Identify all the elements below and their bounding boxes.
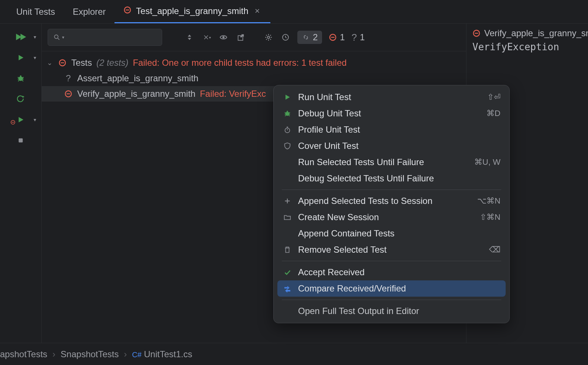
details-title-text: Verify_apple_is_granny_sm — [484, 28, 588, 38]
count-value: 1 — [340, 32, 345, 42]
menu-shortcut: ⌘U, W — [474, 157, 500, 167]
stop-button[interactable] — [12, 134, 30, 146]
menu-label: Cover Unit Test — [298, 141, 500, 151]
tab-unit-tests[interactable]: Unit Tests — [7, 0, 64, 23]
menu-remove-test[interactable]: Remove Selected Test ⌫ — [277, 242, 506, 258]
settings-button[interactable] — [263, 32, 274, 42]
trash-icon — [283, 245, 292, 255]
view-button[interactable] — [218, 32, 229, 42]
export-button[interactable] — [235, 32, 246, 42]
menu-debug-unit-test[interactable]: Debug Unit Test ⌘D — [277, 105, 506, 122]
menu-separator — [282, 261, 501, 261]
check-icon — [283, 267, 292, 277]
run-button[interactable]: ▾ — [12, 52, 30, 64]
tab-explorer[interactable]: Explorer — [64, 0, 114, 23]
context-menu: Run Unit Test ⇧⏎ Debug Unit Test ⌘D Prof… — [273, 85, 510, 323]
menu-debug-until-failure[interactable]: Debug Selected Tests Until Failure — [277, 170, 506, 187]
menu-shortcut: ⇧⏎ — [487, 92, 500, 102]
tab-label: Test_apple_is_granny_smith — [136, 6, 248, 16]
tree-error: Failed: VerifyExc — [200, 89, 266, 99]
breadcrumb-file: UnitTest1.cs — [144, 349, 192, 359]
clear-button[interactable]: ▾ — [201, 32, 212, 42]
chevron-down-icon: ▾ — [34, 34, 36, 40]
menu-label: Debug Selected Tests Until Failure — [298, 173, 500, 184]
failed-count[interactable]: 1 — [329, 32, 345, 42]
rerun-button[interactable] — [12, 93, 30, 105]
tab-bar: Unit Tests Explorer Test_apple_is_granny… — [0, 0, 588, 24]
menu-label: Remove Selected Test — [298, 245, 483, 255]
breadcrumb-item[interactable]: apshotTests — [0, 349, 47, 359]
search-input[interactable]: ▾ — [48, 29, 162, 46]
debug-button[interactable] — [12, 72, 30, 84]
menu-shortcut: ⌫ — [489, 245, 500, 255]
tab-label: Explorer — [73, 7, 106, 17]
menu-shortcut: ⌘D — [486, 109, 500, 118]
count-value: 2 — [313, 32, 318, 42]
menu-shortcut: ⌥⌘N — [477, 196, 500, 206]
menu-accept-received[interactable]: Accept Received — [277, 264, 506, 280]
fail-icon — [64, 89, 73, 98]
stopwatch-icon — [283, 125, 292, 134]
menu-compare-received-verified[interactable]: Compare Received/Verified — [277, 280, 506, 297]
exception-text: VerifyException — [472, 41, 582, 52]
fail-icon — [123, 6, 131, 16]
folder-icon — [283, 212, 292, 222]
chevron-down-icon: ▾ — [34, 117, 36, 123]
tree-count: (2 tests) — [96, 58, 129, 68]
tree-error: Failed: One or more child tests had erro… — [133, 58, 347, 68]
menu-append-contained[interactable]: Append Contained Tests — [277, 225, 506, 242]
csharp-icon: C# — [132, 351, 142, 359]
menu-append-to-session[interactable]: Append Selected Tests to Session ⌥⌘N — [277, 193, 506, 209]
shield-icon — [283, 141, 292, 151]
tree-item-assert[interactable]: ? Assert_apple_is_granny_smith — [42, 71, 466, 86]
menu-label: Open Full Test Output in Editor — [298, 306, 500, 316]
bug-icon — [283, 109, 292, 118]
breadcrumb: apshotTests › SnapshotTests › C# UnitTes… — [0, 343, 588, 365]
menu-label: Debug Unit Test — [298, 108, 481, 119]
fail-icon — [472, 29, 481, 38]
run-failed-button[interactable]: ▾ — [12, 114, 30, 126]
count-value: 1 — [360, 32, 365, 42]
tree-label: Verify_apple_is_granny_smith — [77, 89, 195, 99]
menu-profile-unit-test[interactable]: Profile Unit Test — [277, 122, 506, 138]
expand-collapse-button[interactable] — [184, 32, 195, 42]
plus-icon — [283, 196, 292, 206]
chevron-right-icon: › — [52, 349, 55, 359]
linked-count[interactable]: 2 — [297, 31, 322, 44]
breadcrumb-item[interactable]: SnapshotTests — [61, 349, 119, 359]
chevron-down-icon[interactable]: ⌄ — [47, 59, 54, 67]
tree-label: Assert_apple_is_granny_smith — [77, 73, 198, 83]
fail-icon — [58, 58, 67, 67]
chevron-right-icon: › — [124, 349, 127, 359]
menu-separator — [282, 300, 501, 300]
menu-create-new-session[interactable]: Create New Session ⇧⌘N — [277, 209, 506, 225]
action-sidebar: ▾ ▾ ▾ — [0, 24, 41, 343]
compare-icon — [283, 284, 292, 293]
menu-label: Accept Received — [298, 267, 500, 277]
menu-separator — [282, 190, 501, 190]
unknown-icon: ? — [64, 74, 73, 83]
menu-open-output-editor[interactable]: Open Full Test Output in Editor — [277, 303, 506, 319]
details-title: Verify_apple_is_granny_sm — [472, 28, 582, 38]
menu-run-unit-test[interactable]: Run Unit Test ⇧⏎ — [277, 89, 506, 105]
menu-run-until-failure[interactable]: Run Selected Tests Until Failure ⌘U, W — [277, 154, 506, 170]
menu-label: Append Selected Tests to Session — [298, 196, 471, 206]
menu-cover-unit-test[interactable]: Cover Unit Test — [277, 138, 506, 154]
menu-label: Append Contained Tests — [298, 228, 500, 239]
chevron-down-icon: ▾ — [34, 55, 36, 61]
history-button[interactable] — [280, 32, 291, 42]
menu-label: Create New Session — [298, 212, 474, 222]
menu-label: Profile Unit Test — [298, 124, 500, 135]
tab-label: Unit Tests — [16, 7, 55, 17]
menu-label: Run Unit Test — [298, 92, 481, 102]
play-icon — [283, 92, 292, 102]
breadcrumb-item[interactable]: C# UnitTest1.cs — [132, 349, 192, 359]
unknown-count[interactable]: ? 1 — [352, 32, 365, 43]
menu-label: Run Selected Tests Until Failure — [298, 157, 468, 167]
tree-root[interactable]: ⌄ Tests (2 tests) Failed: One or more ch… — [42, 55, 466, 71]
close-icon[interactable]: ✕ — [253, 7, 261, 15]
tab-active-test[interactable]: Test_apple_is_granny_smith ✕ — [114, 0, 270, 23]
menu-label: Compare Received/Verified — [298, 283, 500, 294]
tree-label: Tests — [71, 58, 92, 68]
run-all-button[interactable]: ▾ — [12, 31, 30, 43]
